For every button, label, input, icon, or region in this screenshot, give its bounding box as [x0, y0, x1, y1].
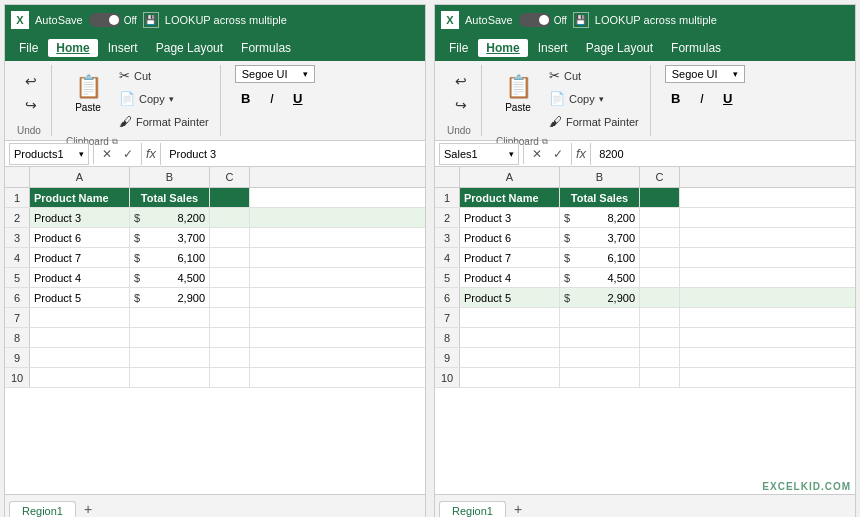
cell-c[interactable] [210, 208, 250, 227]
cell-b[interactable] [560, 348, 640, 367]
cell-b[interactable] [130, 328, 210, 347]
paste-button[interactable]: 📋 Paste [66, 65, 110, 121]
confirm-formula-button[interactable]: ✓ [549, 145, 567, 163]
cell-c[interactable] [640, 248, 680, 267]
cell-a[interactable]: Product 7 [30, 248, 130, 267]
cell-a[interactable] [460, 308, 560, 327]
menu-item-insert[interactable]: Insert [100, 39, 146, 57]
cell-b[interactable]: $8,200 [130, 208, 210, 227]
menu-item-file[interactable]: File [441, 39, 476, 57]
underline-button[interactable]: U [717, 87, 739, 109]
cell-c[interactable] [640, 328, 680, 347]
cut-button[interactable]: ✂ Cut [544, 65, 644, 86]
menu-item-file[interactable]: File [11, 39, 46, 57]
cell-b[interactable]: $6,100 [560, 248, 640, 267]
cell-a[interactable]: Product 7 [460, 248, 560, 267]
cell-c[interactable] [210, 188, 250, 207]
table-row[interactable]: 7 [435, 308, 855, 328]
cell-c[interactable] [640, 368, 680, 387]
cell-c[interactable] [640, 308, 680, 327]
col-header-A[interactable]: A [30, 167, 130, 187]
col-header-B[interactable]: B [130, 167, 210, 187]
cell-a[interactable]: Product 5 [30, 288, 130, 307]
cancel-formula-button[interactable]: ✕ [98, 145, 116, 163]
confirm-formula-button[interactable]: ✓ [119, 145, 137, 163]
col-header-C[interactable]: C [210, 167, 250, 187]
table-row[interactable]: 1Product NameTotal Sales [5, 188, 425, 208]
cell-c[interactable] [640, 268, 680, 287]
cell-b[interactable]: $2,900 [560, 288, 640, 307]
table-row[interactable]: 2Product 3$8,200 [435, 208, 855, 228]
font-name-dropdown[interactable]: Segoe UI ▾ [665, 65, 745, 83]
menu-item-insert[interactable]: Insert [530, 39, 576, 57]
table-row[interactable]: 4Product 7$6,100 [435, 248, 855, 268]
cell-a[interactable] [30, 328, 130, 347]
menu-item-page layout[interactable]: Page Layout [148, 39, 231, 57]
cell-b[interactable] [130, 348, 210, 367]
cell-c[interactable] [640, 228, 680, 247]
table-row[interactable]: 7 [5, 308, 425, 328]
table-row[interactable]: 8 [435, 328, 855, 348]
cell-c[interactable] [210, 348, 250, 367]
format-painter-button[interactable]: 🖌 Format Painter [544, 111, 644, 132]
cell-b[interactable]: $4,500 [130, 268, 210, 287]
cell-c[interactable] [210, 328, 250, 347]
table-row[interactable]: 6Product 5$2,900 [5, 288, 425, 308]
cell-c[interactable] [640, 208, 680, 227]
cell-c[interactable] [210, 228, 250, 247]
table-row[interactable]: 4Product 7$6,100 [5, 248, 425, 268]
add-sheet-button[interactable]: + [506, 498, 530, 517]
menu-item-formulas[interactable]: Formulas [233, 39, 299, 57]
cell-c[interactable] [640, 188, 680, 207]
cell-a[interactable]: Product 6 [30, 228, 130, 247]
cell-b[interactable] [560, 308, 640, 327]
bold-button[interactable]: B [235, 87, 257, 109]
cell-a[interactable]: Product 6 [460, 228, 560, 247]
sheet-tab[interactable]: Region1 [439, 501, 506, 517]
cell-a[interactable]: Product Name [30, 188, 130, 207]
font-name-dropdown[interactable]: Segoe UI ▾ [235, 65, 315, 83]
cell-b[interactable] [130, 368, 210, 387]
save-icon[interactable]: 💾 [573, 12, 589, 28]
cell-b[interactable]: $3,700 [560, 228, 640, 247]
toggle-pill[interactable] [89, 13, 121, 27]
sheet-tab[interactable]: Region1 [9, 501, 76, 517]
autosave-toggle[interactable]: Off [89, 13, 137, 27]
cell-a[interactable]: Product Name [460, 188, 560, 207]
menu-item-home[interactable]: Home [48, 39, 97, 57]
table-row[interactable]: 3Product 6$3,700 [435, 228, 855, 248]
col-header-B[interactable]: B [560, 167, 640, 187]
cell-c[interactable] [210, 288, 250, 307]
cell-a[interactable] [30, 348, 130, 367]
cell-a[interactable]: Product 4 [30, 268, 130, 287]
cell-a[interactable] [30, 308, 130, 327]
italic-button[interactable]: I [261, 87, 283, 109]
col-header-A[interactable]: A [460, 167, 560, 187]
cell-c[interactable] [640, 348, 680, 367]
cell-c[interactable] [210, 248, 250, 267]
formula-input[interactable] [165, 148, 421, 160]
bold-button[interactable]: B [665, 87, 687, 109]
table-row[interactable]: 9 [5, 348, 425, 368]
undo-button[interactable]: ↩ [447, 70, 475, 92]
cell-a[interactable] [460, 348, 560, 367]
cell-c[interactable] [210, 308, 250, 327]
add-sheet-button[interactable]: + [76, 498, 100, 517]
menu-item-page layout[interactable]: Page Layout [578, 39, 661, 57]
cell-c[interactable] [210, 368, 250, 387]
cell-b[interactable]: $4,500 [560, 268, 640, 287]
format-painter-button[interactable]: 🖌 Format Painter [114, 111, 214, 132]
cell-b[interactable]: Total Sales [130, 188, 210, 207]
cell-a[interactable] [30, 368, 130, 387]
redo-button[interactable]: ↪ [17, 94, 45, 116]
cell-a[interactable] [460, 368, 560, 387]
cell-b[interactable] [560, 328, 640, 347]
cell-b[interactable]: $3,700 [130, 228, 210, 247]
cancel-formula-button[interactable]: ✕ [528, 145, 546, 163]
table-row[interactable]: 6Product 5$2,900 [435, 288, 855, 308]
redo-button[interactable]: ↪ [447, 94, 475, 116]
undo-button[interactable]: ↩ [17, 70, 45, 92]
table-row[interactable]: 2Product 3$8,200 [5, 208, 425, 228]
cell-b[interactable]: $6,100 [130, 248, 210, 267]
cell-a[interactable]: Product 4 [460, 268, 560, 287]
